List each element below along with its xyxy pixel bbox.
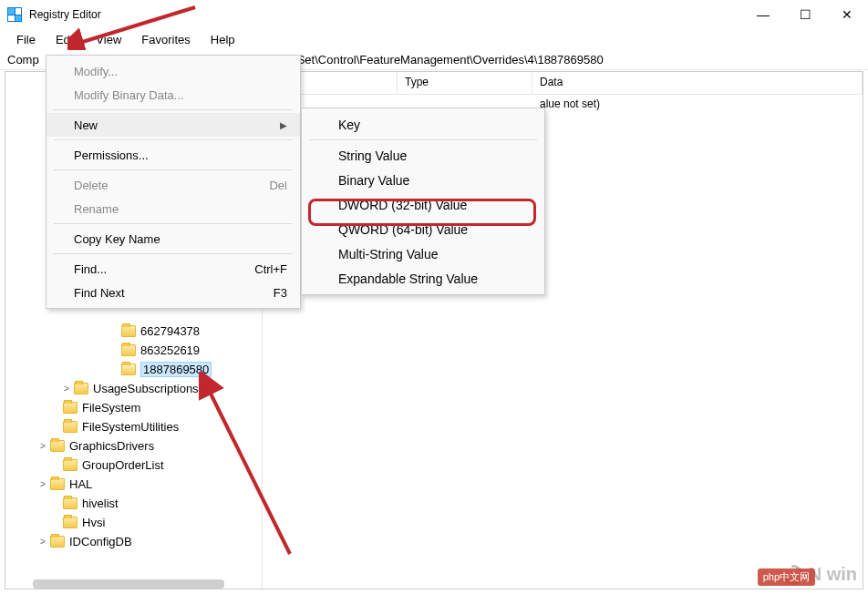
menu-view[interactable]: View bbox=[87, 31, 130, 48]
tree-item[interactable]: >GraphicsDrivers bbox=[5, 436, 262, 456]
menu-item[interactable]: Find NextF3 bbox=[46, 281, 300, 304]
menu-item-label: Modify... bbox=[74, 65, 118, 78]
submenu-item-label: Key bbox=[338, 118, 360, 132]
folder-icon bbox=[74, 383, 88, 394]
folder-icon bbox=[121, 325, 136, 337]
menu-item-label: Find... bbox=[74, 262, 107, 276]
titlebar: Registry Editor — ☐ ✕ bbox=[0, 0, 868, 29]
chevron-icon[interactable]: > bbox=[36, 537, 49, 547]
tree-item-label: 863252619 bbox=[140, 343, 200, 357]
menu-item-label: Delete bbox=[74, 179, 108, 192]
submenu-item-label: Multi-String Value bbox=[338, 247, 438, 261]
menu-item[interactable]: New▶ bbox=[46, 113, 300, 137]
submenu-item[interactable]: Multi-String Value bbox=[302, 241, 544, 266]
col-data[interactable]: Data bbox=[532, 72, 863, 94]
list-header: Name Type Data bbox=[263, 72, 863, 95]
folder-icon bbox=[50, 536, 65, 548]
menubar: File Edit View Favorites Help bbox=[0, 29, 868, 49]
new-submenu-popup: KeyString ValueBinary ValueDWORD (32-bit… bbox=[301, 108, 545, 295]
tree-item[interactable]: Hvsi bbox=[5, 513, 262, 532]
tree-item[interactable]: hivelist bbox=[5, 494, 262, 513]
cell-type bbox=[398, 100, 532, 108]
submenu-item-label: Expandable String Value bbox=[338, 271, 478, 286]
tree-item-label: 1887869580 bbox=[140, 362, 212, 377]
tree-item[interactable]: FileSystemUtilities bbox=[5, 417, 262, 436]
tree-item[interactable]: 662794378 bbox=[5, 322, 262, 341]
tree-item-label: UsageSubscriptions bbox=[93, 382, 199, 395]
tree-item[interactable]: >IDConfigDB bbox=[5, 532, 262, 551]
submenu-item[interactable]: DWORD (32-bit) Value bbox=[302, 192, 544, 217]
submenu-item[interactable]: Binary Value bbox=[302, 168, 544, 192]
menu-help[interactable]: Help bbox=[202, 31, 244, 48]
tree-item-label: FileSystem bbox=[82, 401, 140, 415]
submenu-item-label: String Value bbox=[338, 148, 407, 163]
menu-separator bbox=[54, 109, 293, 110]
cell-data: alue not set) bbox=[532, 94, 863, 114]
menu-separator bbox=[54, 139, 293, 140]
watermark-php: php中文网 bbox=[758, 568, 815, 586]
menu-separator bbox=[54, 223, 293, 224]
tree-item[interactable]: 1887869580 bbox=[5, 360, 262, 379]
close-button[interactable]: ✕ bbox=[826, 0, 868, 29]
window-controls: — ☐ ✕ bbox=[742, 0, 868, 29]
menu-favorites[interactable]: Favorites bbox=[132, 31, 199, 48]
chevron-icon[interactable]: > bbox=[36, 441, 49, 451]
folder-icon bbox=[63, 459, 78, 471]
app-icon bbox=[7, 7, 22, 22]
menu-item: Rename bbox=[46, 197, 300, 220]
menu-item-label: New bbox=[74, 118, 98, 132]
menu-edit[interactable]: Edit bbox=[46, 31, 85, 48]
submenu-item[interactable]: String Value bbox=[302, 143, 544, 168]
menu-item[interactable]: Find...Ctrl+F bbox=[46, 257, 300, 281]
menu-separator bbox=[54, 169, 293, 170]
submenu-item[interactable]: Key bbox=[302, 112, 544, 137]
address-input[interactable] bbox=[239, 51, 861, 68]
menu-separator bbox=[54, 253, 293, 254]
menu-file[interactable]: File bbox=[7, 31, 45, 48]
minimize-button[interactable]: — bbox=[742, 0, 784, 29]
folder-icon bbox=[121, 364, 136, 375]
submenu-item-label: QWORD (64-bit) Value bbox=[338, 222, 468, 237]
menu-item: DeleteDel bbox=[46, 173, 300, 197]
maximize-button[interactable]: ☐ bbox=[784, 0, 826, 29]
col-type[interactable]: Type bbox=[398, 72, 532, 94]
folder-icon bbox=[63, 497, 78, 509]
tree-item-label: IDConfigDB bbox=[69, 535, 132, 548]
folder-icon bbox=[50, 478, 65, 490]
menu-item-accel: Del bbox=[269, 179, 287, 192]
tree-item[interactable]: >HAL bbox=[5, 475, 262, 494]
tree-item[interactable]: GroupOrderList bbox=[5, 456, 262, 475]
menu-item-label: Copy Key Name bbox=[74, 232, 160, 246]
menu-item-label: Permissions... bbox=[74, 148, 149, 162]
tree-item-label: HAL bbox=[69, 477, 92, 491]
tree-item-label: GroupOrderList bbox=[82, 458, 164, 472]
folder-icon bbox=[63, 517, 78, 528]
menu-item: Modify... bbox=[46, 59, 300, 83]
menu-item[interactable]: Permissions... bbox=[46, 143, 300, 167]
submenu-item-label: DWORD (32-bit) Value bbox=[338, 198, 467, 212]
menu-item[interactable]: Copy Key Name bbox=[46, 227, 300, 251]
folder-icon bbox=[121, 344, 136, 356]
edit-menu-popup: Modify...Modify Binary Data...New▶Permis… bbox=[46, 55, 301, 309]
horizontal-scrollbar[interactable] bbox=[33, 579, 224, 589]
menu-item: Modify Binary Data... bbox=[46, 83, 300, 107]
tree-item-label: Hvsi bbox=[82, 516, 105, 529]
tree-item[interactable]: >UsageSubscriptions bbox=[5, 379, 262, 398]
tree-item-label: GraphicsDrivers bbox=[69, 439, 154, 453]
tree-item[interactable]: FileSystem bbox=[5, 398, 262, 417]
chevron-icon[interactable]: > bbox=[36, 479, 49, 489]
folder-icon bbox=[63, 402, 78, 414]
folder-icon bbox=[50, 440, 65, 452]
submenu-item[interactable]: QWORD (64-bit) Value bbox=[302, 217, 544, 241]
tree-item[interactable]: 863252619 bbox=[5, 341, 262, 360]
tree-item-label: 662794378 bbox=[140, 324, 200, 338]
tree-item-label: FileSystemUtilities bbox=[82, 420, 179, 434]
submenu-item[interactable]: Expandable String Value bbox=[302, 266, 544, 291]
submenu-item-label: Binary Value bbox=[338, 173, 409, 188]
menu-item-label: Find Next bbox=[74, 286, 125, 300]
chevron-icon[interactable]: > bbox=[60, 384, 73, 394]
menu-separator bbox=[309, 139, 537, 140]
watermark-text: N win bbox=[809, 564, 857, 585]
menu-item-accel: F3 bbox=[274, 286, 287, 300]
submenu-arrow-icon: ▶ bbox=[280, 120, 287, 130]
